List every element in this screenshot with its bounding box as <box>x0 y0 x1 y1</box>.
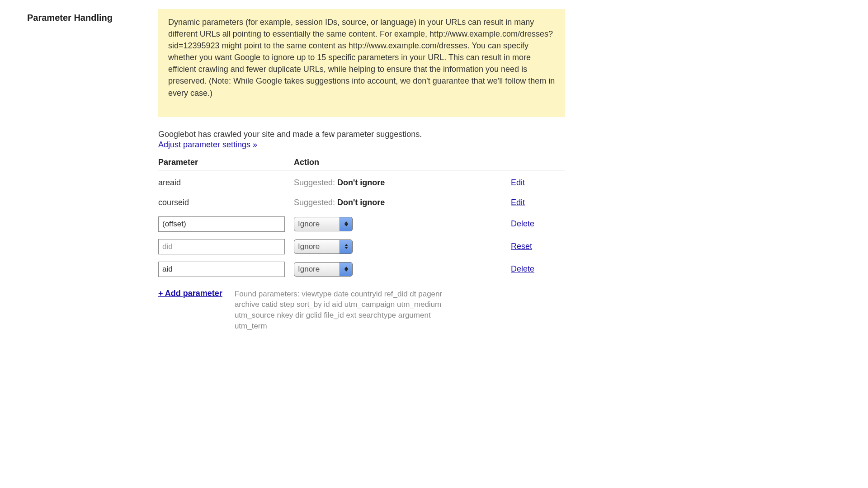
add-parameter-link[interactable]: + Add parameter <box>158 289 222 298</box>
edit-link[interactable]: Edit <box>511 178 525 187</box>
parameter-name-input[interactable] <box>158 262 285 277</box>
delete-link[interactable]: Delete <box>511 219 534 228</box>
parameter-table: Parameter Action areaid Suggested: Don't… <box>158 158 565 281</box>
parameter-name: areaid <box>158 178 294 188</box>
found-parameters: Found parameters: viewtype date countryi… <box>229 289 464 332</box>
adjust-parameter-settings-link[interactable]: Adjust parameter settings » <box>158 140 257 150</box>
section-title: Parameter Handling <box>27 13 145 23</box>
table-row: Ignore Delete <box>158 258 565 281</box>
parameter-name: courseid <box>158 198 294 207</box>
suggestion-text: Googlebot has crawled your site and made… <box>158 130 422 139</box>
table-row: courseid Suggested: Don't ignore Edit <box>158 193 565 213</box>
parameter-action: Suggested: Don't ignore <box>294 178 511 188</box>
select-arrows-icon <box>340 217 352 231</box>
select-arrows-icon <box>340 263 352 276</box>
info-box: Dynamic parameters (for example, session… <box>158 9 565 117</box>
parameter-action: Suggested: Don't ignore <box>294 198 511 207</box>
parameter-name-input[interactable] <box>158 239 285 254</box>
action-select[interactable]: Ignore <box>294 239 353 254</box>
select-arrows-icon <box>340 240 352 253</box>
action-select[interactable]: Ignore <box>294 262 353 277</box>
action-select[interactable]: Ignore <box>294 217 353 231</box>
parameter-name-input[interactable] <box>158 216 285 232</box>
column-header-parameter: Parameter <box>158 158 294 167</box>
table-row: Ignore Delete <box>158 213 565 235</box>
column-header-action: Action <box>294 158 511 167</box>
edit-link[interactable]: Edit <box>511 198 525 207</box>
table-row: Ignore Reset <box>158 235 565 258</box>
table-row: areaid Suggested: Don't ignore Edit <box>158 173 565 193</box>
delete-link[interactable]: Delete <box>511 264 534 273</box>
reset-link[interactable]: Reset <box>511 242 532 251</box>
